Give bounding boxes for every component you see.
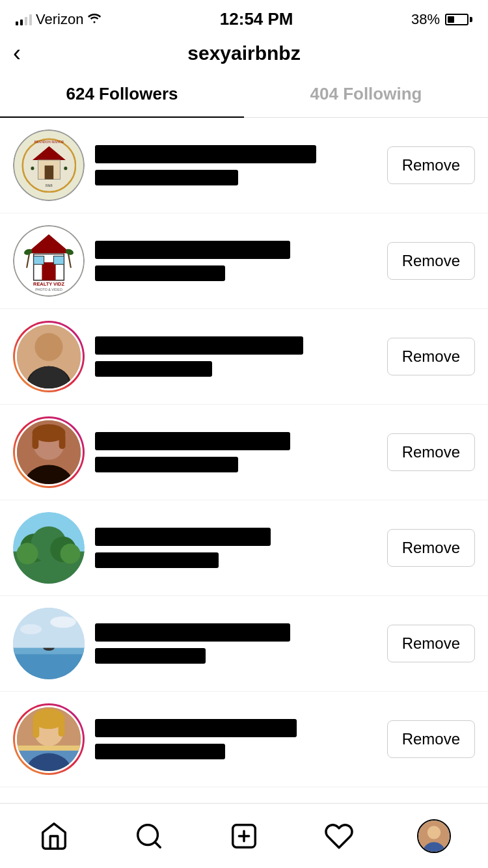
- fullname-redacted: [95, 648, 206, 664]
- list-item: B&B BRANDON MANOR Remove: [0, 118, 488, 213]
- fullname-redacted: [95, 457, 238, 472]
- list-item: Remove: [0, 405, 488, 500]
- nav-profile-button[interactable]: [408, 817, 460, 856]
- remove-button[interactable]: Remove: [387, 720, 475, 758]
- avatar: [13, 512, 85, 584]
- carrier-name: Verizon: [36, 11, 83, 28]
- list-item: Remove: [0, 596, 488, 692]
- remove-button[interactable]: Remove: [387, 529, 475, 567]
- svg-rect-52: [33, 719, 40, 738]
- status-bar: Verizon 12:54 PM 38%: [0, 0, 488, 36]
- bottom-nav: [0, 803, 488, 868]
- svg-rect-13: [42, 262, 55, 280]
- follower-info: [95, 241, 377, 281]
- follower-info: [95, 432, 377, 472]
- nav-activity-button[interactable]: [313, 817, 365, 856]
- svg-text:B&B: B&B: [46, 183, 53, 187]
- svg-rect-40: [13, 651, 85, 679]
- remove-button[interactable]: Remove: [387, 338, 475, 375]
- svg-text:BRANDON MANOR: BRANDON MANOR: [34, 140, 64, 144]
- svg-point-37: [17, 543, 38, 564]
- avatar: [13, 321, 85, 392]
- svg-rect-3: [44, 165, 53, 179]
- follower-info: [95, 336, 377, 377]
- username-redacted: [95, 719, 297, 737]
- follower-info: [95, 528, 377, 568]
- list-item: Remove: [0, 309, 488, 405]
- status-left: Verizon: [16, 11, 102, 28]
- tab-followers[interactable]: 624 Followers: [0, 71, 244, 117]
- svg-point-5: [64, 167, 67, 170]
- avatar: [13, 608, 85, 679]
- back-button[interactable]: ‹: [13, 40, 21, 67]
- remove-button[interactable]: Remove: [387, 625, 475, 662]
- svg-rect-30: [33, 433, 39, 450]
- nav-add-button[interactable]: [218, 817, 270, 856]
- follower-info: [95, 623, 377, 664]
- svg-rect-14: [34, 256, 44, 265]
- svg-point-4: [31, 167, 34, 170]
- avatar: REALTY VIDZ PHOTO & VIDEO: [13, 225, 85, 297]
- avatar: [13, 416, 85, 488]
- tabs-container: 624 Followers 404 Following: [0, 71, 488, 118]
- status-right: 38%: [411, 11, 472, 28]
- username-redacted: [95, 623, 290, 642]
- svg-point-45: [50, 616, 76, 628]
- svg-line-56: [155, 841, 160, 847]
- fullname-redacted: [95, 170, 238, 185]
- battery-percent: 38%: [411, 11, 440, 28]
- signal-bars-icon: [16, 14, 32, 25]
- follower-info: [95, 719, 377, 759]
- svg-rect-15: [53, 256, 64, 265]
- username-redacted: [95, 432, 290, 450]
- nav-header: ‹ sexyairbnbz: [0, 36, 488, 71]
- avatar: B&B BRANDON MANOR: [13, 129, 85, 201]
- avatar: [13, 703, 85, 775]
- svg-rect-49: [17, 746, 81, 751]
- username-redacted: [95, 528, 271, 546]
- list-item: Remove: [0, 692, 488, 787]
- svg-rect-53: [59, 719, 65, 737]
- follower-info: [95, 145, 377, 185]
- svg-point-38: [61, 543, 81, 563]
- username-redacted: [95, 336, 303, 355]
- profile-avatar: [417, 819, 451, 853]
- remove-button[interactable]: Remove: [387, 433, 475, 471]
- list-item: Remove: [0, 500, 488, 596]
- username-redacted: [95, 241, 290, 259]
- status-time: 12:54 PM: [220, 9, 293, 29]
- followers-list: B&B BRANDON MANOR Remove: [0, 118, 488, 787]
- svg-text:PHOTO & VIDEO: PHOTO & VIDEO: [35, 288, 62, 292]
- fullname-redacted: [95, 361, 212, 377]
- page-title: sexyairbnbz: [187, 42, 300, 64]
- tab-following[interactable]: 404 Following: [244, 71, 488, 117]
- svg-point-23: [34, 333, 62, 361]
- nav-home-button[interactable]: [28, 817, 80, 856]
- list-item: REALTY VIDZ PHOTO & VIDEO Remove: [0, 213, 488, 309]
- svg-text:REALTY VIDZ: REALTY VIDZ: [33, 281, 64, 287]
- fullname-redacted: [95, 744, 225, 759]
- fullname-redacted: [95, 265, 225, 281]
- svg-point-46: [20, 624, 42, 634]
- username-redacted: [95, 145, 316, 163]
- svg-point-61: [427, 826, 441, 839]
- svg-rect-31: [59, 433, 66, 450]
- nav-search-button[interactable]: [123, 817, 175, 856]
- remove-button[interactable]: Remove: [387, 242, 475, 280]
- remove-button[interactable]: Remove: [387, 146, 475, 184]
- battery-icon: [445, 14, 472, 25]
- fullname-redacted: [95, 552, 219, 568]
- wifi-icon: [87, 12, 102, 27]
